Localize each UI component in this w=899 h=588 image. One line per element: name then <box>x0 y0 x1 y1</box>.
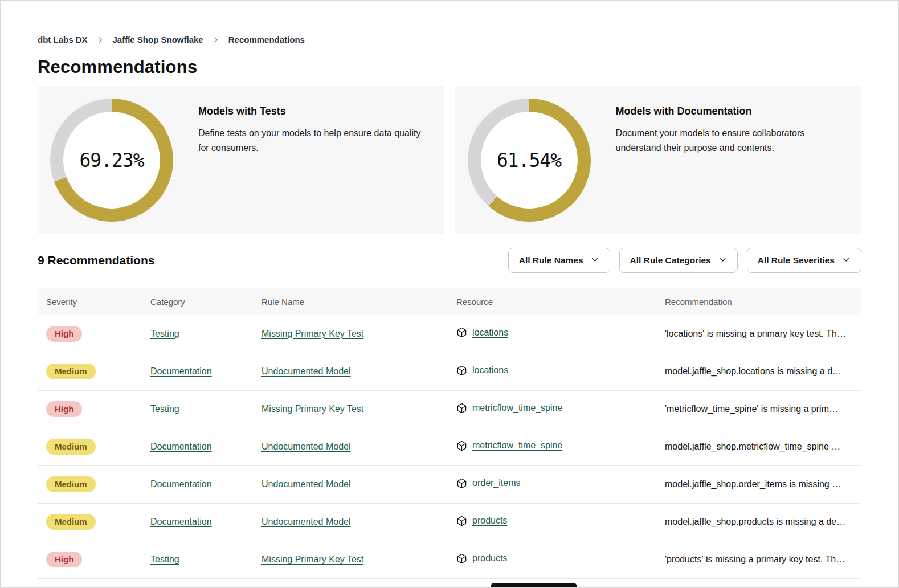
category-link[interactable]: Testing <box>150 554 179 564</box>
horizontal-scrollbar-thumb[interactable] <box>491 583 577 588</box>
resource-link[interactable]: locations <box>472 328 508 338</box>
documentation-percentage: 61.54% <box>497 149 561 172</box>
rule-name-link[interactable]: Undocumented Model <box>261 517 351 526</box>
severity-badge: High <box>46 326 82 342</box>
chevron-down-icon <box>718 255 727 266</box>
severity-badge: Medium <box>46 364 96 380</box>
recommendations-table: Severity Category Rule Name Resource Rec… <box>38 288 861 579</box>
chevron-down-icon <box>842 255 851 266</box>
table-row: Medium Documentation Undocumented Model … <box>38 466 861 503</box>
column-header-severity: Severity <box>38 288 142 315</box>
resource-link[interactable]: locations <box>472 365 508 375</box>
table-row: Medium Documentation Undocumented Model … <box>38 353 861 390</box>
rule-severities-filter-dropdown[interactable]: All Rule Severities <box>747 248 861 273</box>
card-description: Document your models to ensure collabora… <box>616 126 847 156</box>
filter-label: All Rule Severities <box>758 255 835 266</box>
recommendation-text: model.jaffle_shop.metricflow_time_spine … <box>665 442 861 452</box>
category-link[interactable]: Documentation <box>150 517 212 526</box>
filter-label: All Rule Categories <box>630 255 711 266</box>
resource-link[interactable]: order_items <box>472 478 520 488</box>
package-icon <box>456 440 467 451</box>
card-title: Models with Documentation <box>616 105 847 117</box>
category-link[interactable]: Testing <box>150 329 179 338</box>
recommendation-text: model.jaffle_shop.order_items is missing… <box>665 479 861 489</box>
card-text: Models with Documentation Document your … <box>616 86 847 156</box>
rule-name-link[interactable]: Missing Primary Key Test <box>261 329 363 338</box>
recommendations-count: 9 Recommendations <box>38 254 154 267</box>
column-header-category: Category <box>142 288 253 315</box>
table-header: Severity Category Rule Name Resource Rec… <box>38 288 861 315</box>
rule-name-link[interactable]: Undocumented Model <box>261 366 351 376</box>
breadcrumb-item-current: Recommendations <box>228 35 305 44</box>
resource-link[interactable]: metricflow_time_spine <box>472 403 562 413</box>
table-row: Medium Documentation Undocumented Model … <box>38 428 861 466</box>
page-title: Recommendations <box>38 57 861 77</box>
rule-categories-filter-dropdown[interactable]: All Rule Categories <box>619 248 738 273</box>
metric-cards: 69.23% Models with Tests Define tests on… <box>38 86 861 234</box>
list-header: 9 Recommendations All Rule Names All Rul… <box>38 248 861 273</box>
table-row: High Testing Missing Primary Key Test pr… <box>38 541 861 578</box>
severity-badge: Medium <box>46 439 96 455</box>
recommendation-text: 'metricflow_time_spine' is missing a pri… <box>665 404 861 414</box>
package-icon <box>456 327 467 338</box>
chevron-down-icon <box>591 255 599 266</box>
rule-name-link[interactable]: Missing Primary Key Test <box>261 404 363 414</box>
recommendation-text: model.jaffle_shop.products is missing a … <box>665 517 861 527</box>
column-header-resource: Resource <box>448 288 656 315</box>
models-with-tests-card: 69.23% Models with Tests Define tests on… <box>38 86 444 234</box>
card-description: Define tests on your models to help ensu… <box>198 126 430 156</box>
donut-center: 69.23% <box>63 112 160 209</box>
breadcrumb-item-dbt-labs-dx[interactable]: dbt Labs DX <box>38 35 88 44</box>
column-header-recommendation: Recommendation <box>656 288 861 315</box>
category-link[interactable]: Documentation <box>150 479 212 489</box>
table-row: High Testing Missing Primary Key Test me… <box>38 390 861 428</box>
card-title: Models with Tests <box>198 105 430 117</box>
table-row: Medium Documentation Undocumented Model … <box>38 503 861 541</box>
chevron-right-icon <box>96 36 104 44</box>
severity-badge: Medium <box>46 514 96 530</box>
breadcrumb-item-jaffle-shop-snowflake[interactable]: Jaffle Shop Snowflake <box>113 35 203 44</box>
severity-badge: High <box>46 401 82 418</box>
card-text: Models with Tests Define tests on your m… <box>198 86 430 156</box>
chevron-right-icon <box>212 36 220 44</box>
table-row: High Testing Missing Primary Key Test lo… <box>38 315 861 353</box>
tests-donut-chart: 69.23% <box>50 99 173 222</box>
recommendation-text: 'products' is missing a primary key test… <box>665 554 861 565</box>
resource-link[interactable]: products <box>472 516 507 526</box>
resource-link[interactable]: products <box>472 553 507 564</box>
breadcrumb: dbt Labs DX Jaffle Shop Snowflake Recomm… <box>38 35 861 44</box>
rule-name-link[interactable]: Undocumented Model <box>261 479 351 489</box>
category-link[interactable]: Documentation <box>150 442 212 451</box>
recommendations-page: dbt Labs DX Jaffle Shop Snowflake Recomm… <box>0 0 899 588</box>
package-icon <box>456 516 467 526</box>
package-icon <box>456 478 467 489</box>
severity-badge: High <box>46 552 82 568</box>
resource-link[interactable]: metricflow_time_spine <box>472 440 562 451</box>
filter-bar: All Rule Names All Rule Categories All R… <box>508 248 861 273</box>
package-icon <box>456 553 467 564</box>
rule-names-filter-dropdown[interactable]: All Rule Names <box>508 248 610 273</box>
category-link[interactable]: Testing <box>150 404 179 414</box>
recommendation-text: model.jaffle_shop.locations is missing a… <box>665 366 861 377</box>
column-header-rule-name: Rule Name <box>253 288 448 315</box>
package-icon <box>456 403 467 414</box>
documentation-donut-chart: 61.54% <box>468 99 591 222</box>
tests-percentage: 69.23% <box>79 149 144 172</box>
rule-name-link[interactable]: Undocumented Model <box>261 442 351 451</box>
rule-name-link[interactable]: Missing Primary Key Test <box>261 554 363 564</box>
recommendation-text: 'locations' is missing a primary key tes… <box>665 329 861 339</box>
package-icon <box>456 365 467 376</box>
category-link[interactable]: Documentation <box>150 366 212 376</box>
models-with-documentation-card: 61.54% Models with Documentation Documen… <box>455 86 862 234</box>
filter-label: All Rule Names <box>519 255 583 266</box>
severity-badge: Medium <box>46 476 96 493</box>
donut-center: 61.54% <box>481 112 578 209</box>
